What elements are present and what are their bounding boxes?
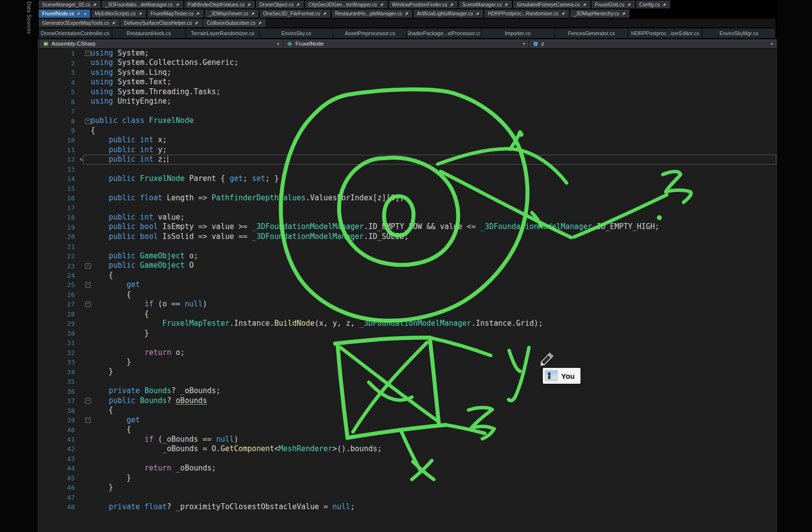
code-editor[interactable]: 1−using System;2using System.Collections… (38, 49, 777, 532)
tab-shaderpackage-stprocessor-cs[interactable]: ShaderPackage...stProcessor.cs (407, 28, 480, 38)
tab-pathfinderdepthvalues-cs[interactable]: PathfinderDepthValues.cs (184, 0, 255, 8)
pushpin-icon[interactable] (251, 11, 255, 16)
pushpin-icon[interactable] (296, 2, 300, 7)
tab-restauranthook-cs[interactable]: RestaurantHook.cs (113, 28, 185, 38)
tab-fruxelnode-cs[interactable]: FruxelNode.cs× (39, 9, 90, 18)
code-line-10[interactable]: 10 public int x; (38, 135, 777, 145)
code-line-14[interactable]: 14 public FruxelNode Parent { get; set; … (38, 174, 777, 183)
code-line-20[interactable]: 20 public bool IsSolid => value == _3DFo… (38, 232, 777, 241)
code-line-23[interactable]: 23− public GameObject O (38, 261, 777, 270)
code-line-18[interactable]: 18 public int value; (38, 213, 777, 222)
tab-importer-cs[interactable]: Importer.cs (481, 28, 554, 38)
code-line-3[interactable]: 3using System.Linq; (38, 68, 777, 77)
pushpin-icon[interactable] (194, 21, 199, 25)
member-dropdown[interactable]: z ▾ (530, 40, 776, 48)
pushpin-icon[interactable] (175, 2, 180, 7)
tab--3dmaphierarchy-cs[interactable]: _3DMapHierarchy.cs (570, 9, 630, 18)
collapse-icon[interactable]: − (85, 263, 91, 269)
pushpin-icon[interactable] (93, 2, 97, 7)
code-line-26[interactable]: 26 { (38, 290, 777, 299)
code-line-34[interactable]: 34 } (38, 367, 777, 376)
tab-citygen3dgen-torwrapper-cs[interactable]: CityGen3DGen...torWrapper.cs (305, 0, 387, 8)
tab-enviroskymgr-cs[interactable]: EnviroSkyMgr.cs (702, 28, 775, 38)
pushpin-icon[interactable] (112, 21, 116, 25)
code-line-28[interactable]: 28 { (38, 309, 777, 319)
tab-myeditorscripts-cs[interactable]: MyEditorScripts.cs (91, 9, 146, 18)
code-line-13[interactable]: 13 (38, 165, 777, 174)
pushpin-icon[interactable] (622, 11, 626, 16)
pushpin-icon[interactable] (76, 11, 81, 16)
tab-collisionsubscriber-cs[interactable]: CollisionSubscriber.cs (203, 19, 266, 27)
code-line-39[interactable]: 39− get (38, 415, 777, 425)
pushpin-icon[interactable] (582, 2, 587, 7)
code-line-38[interactable]: 38 { (38, 406, 777, 415)
tab-terrainlayerrandomizer-cs[interactable]: TerrainLayerRandomizer.cs (186, 28, 259, 38)
tab-hdrppostproc-randomizer-cs[interactable]: HDRPPostproc...Randomizer.cs (484, 9, 569, 18)
pushpin-icon[interactable] (247, 2, 251, 7)
pushpin-icon[interactable] (258, 21, 262, 25)
code-line-9[interactable]: 9{ (38, 126, 777, 135)
collapse-icon[interactable]: − (85, 398, 91, 404)
code-line-35[interactable]: 35 (38, 377, 777, 386)
project-dropdown[interactable]: Assembly-CSharp ▾ (40, 40, 282, 48)
code-line-22[interactable]: 22 public GameObject o; (38, 251, 777, 261)
tab-windowpositionfinder-cs[interactable]: WindowPositionFinder.cs (389, 0, 458, 8)
code-line-21[interactable]: 21 (38, 241, 777, 251)
code-line-44[interactable]: 44 return _oBounds; (38, 464, 777, 473)
code-line-7[interactable]: 7 (38, 107, 777, 116)
pushpin-icon[interactable] (323, 11, 327, 16)
code-line-12[interactable]: 12✎ public int z; (38, 155, 777, 164)
code-line-17[interactable]: 17 (38, 203, 777, 213)
collapse-icon[interactable]: − (85, 118, 91, 124)
code-line-31[interactable]: 31 (38, 338, 777, 348)
collapse-icon[interactable]: − (85, 51, 91, 56)
data-sources-vertical-tab[interactable]: Data Sources (26, 1, 32, 34)
tab-onesec3d-fileformat-cs[interactable]: OneSec3D_FileFormat.cs (260, 9, 331, 18)
tab-fencesgenerator-cs[interactable]: FencesGenerator.cs (555, 28, 628, 38)
code-line-15[interactable]: 15 (38, 184, 777, 193)
tab-restaurantho-plemanager-cs[interactable]: RestaurantHo...pleManager.cs (332, 9, 412, 18)
pushpin-icon[interactable] (561, 11, 566, 16)
tab-simulatedfisheyecamera-cs[interactable]: SimulatedFisheyeCamera.cs (513, 0, 590, 8)
pushpin-icon[interactable] (627, 2, 632, 7)
code-line-19[interactable]: 19 public bool IsEmpty => value >= _3DFo… (38, 222, 777, 232)
tab-droneobject-cs[interactable]: DroneObject.cs (256, 0, 304, 8)
code-line-24[interactable]: 24 { (38, 271, 777, 280)
code-line-2[interactable]: 2using System.Collections.Generic; (38, 58, 777, 67)
code-line-5[interactable]: 5using System.Threading.Tasks; (38, 87, 777, 97)
pushpin-icon[interactable] (138, 11, 143, 16)
pushpin-icon[interactable] (662, 2, 667, 7)
pushpin-icon[interactable] (196, 11, 200, 16)
tab-fruxelgrid-cs[interactable]: FruxelGrid.cs (591, 0, 635, 8)
pushpin-icon[interactable] (504, 2, 509, 7)
tab-droneorientationcontroller-cs[interactable]: DroneOrientationController.cs (39, 28, 112, 38)
tab-deliverysurfaceclasshelper-cs[interactable]: DeliverySurfaceClassHelper.cs (120, 19, 202, 27)
pushpin-icon[interactable] (380, 2, 384, 7)
collapse-icon[interactable]: − (85, 282, 91, 288)
tab-assetpreprocessor-cs[interactable]: AssetPreprocessor.cs (334, 28, 406, 38)
code-line-4[interactable]: 4using System.Text; (38, 77, 777, 87)
pushpin-icon[interactable] (405, 11, 409, 16)
collapse-icon[interactable]: − (85, 301, 91, 307)
tab-fruxelmaptester-cs[interactable]: FruxelMapTester.cs (147, 9, 204, 18)
pushpin-icon[interactable] (475, 11, 480, 16)
type-dropdown[interactable]: FruxelNode ▾ (284, 40, 528, 48)
tab-envirosky-cs[interactable]: EnviroSky.cs (260, 28, 333, 38)
code-line-29[interactable]: 29 FruxelMapTester.Instance.BuildNode(x,… (38, 319, 777, 328)
tab-hdrppostproc-izereditor-cs[interactable]: HDRPPostproc...izerEditor.cs (629, 28, 701, 38)
collapse-icon[interactable]: − (85, 417, 91, 423)
code-line-47[interactable]: 47 (38, 493, 777, 502)
code-line-43[interactable]: 43 (38, 454, 777, 464)
code-line-8[interactable]: 8−public class FruxelNode (38, 116, 777, 125)
code-line-37[interactable]: 37− public Bounds? oBounds (38, 396, 777, 406)
tab--3dfoundatio-delmanager-cs[interactable]: _3DFoundatio...delManager.cs (102, 0, 183, 8)
code-line-25[interactable]: 25− get (38, 280, 777, 290)
code-line-48[interactable]: 48 private float? _proximityToClosestObs… (38, 502, 777, 512)
tab-config-cs[interactable]: Config.cs (636, 0, 671, 8)
code-line-1[interactable]: 1−using System; (38, 49, 777, 58)
code-line-42[interactable]: 42 _oBounds = O.GetComponent<MeshRendere… (38, 444, 777, 454)
tab-artificiallightsmanager-cs[interactable]: ArtificialLightsManager.cs (413, 9, 483, 18)
code-line-16[interactable]: 16 public float Length => PathfinderDept… (38, 193, 777, 203)
code-line-45[interactable]: 45 } (38, 473, 777, 483)
tab-scenemanager-cs[interactable]: SceneManager.cs (459, 0, 512, 8)
